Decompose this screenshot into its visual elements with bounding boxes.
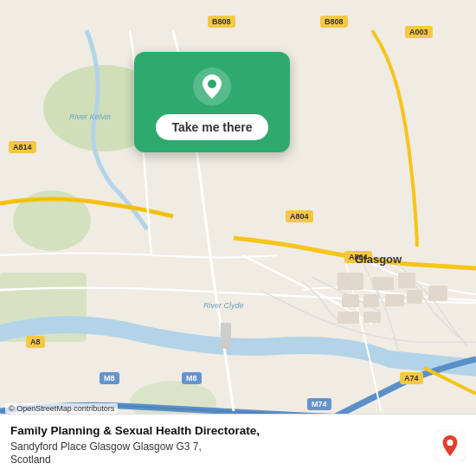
address-line2: Sandyford Place Glasgow Glasgow G3 7, [10, 441, 426, 454]
moovit-logo [434, 430, 466, 461]
address-name: Family Planning & Sexual Health Director… [10, 423, 426, 439]
svg-rect-13 [338, 312, 359, 324]
road-label-b808-1: B808 [208, 16, 235, 28]
river-label-kelvin: River Kelvin [69, 113, 111, 121]
osm-attribution: © OpenStreetMap contributors [5, 403, 118, 414]
svg-rect-11 [407, 290, 422, 304]
road-label-m8-1: M8 [100, 372, 119, 384]
road-label-b808-2: B808 [320, 16, 348, 28]
road-label-a8: A8 [26, 336, 45, 348]
svg-rect-7 [398, 273, 415, 288]
svg-rect-9 [363, 294, 379, 307]
svg-point-19 [447, 439, 453, 445]
address-block: Family Planning & Sexual Health Director… [10, 423, 426, 467]
svg-rect-8 [342, 294, 359, 307]
svg-rect-6 [372, 277, 394, 290]
road-label-a814: A814 [9, 141, 36, 153]
address-line3: Scotland [10, 453, 426, 467]
svg-rect-14 [363, 312, 381, 323]
city-label-glasgow: Glasgow [355, 253, 402, 266]
road-label-m74: M74 [307, 398, 331, 410]
svg-rect-12 [428, 286, 447, 301]
svg-point-17 [208, 80, 216, 88]
river-label-clyde: River Clyde [203, 301, 244, 310]
svg-rect-10 [385, 294, 404, 306]
map-container: B808 B808 A003 A814 A804 A804 A8 M8 M8 M… [0, 0, 476, 476]
road-label-a003: A003 [405, 26, 433, 38]
moovit-icon [434, 430, 466, 461]
road-label-a804-1: A804 [286, 210, 313, 222]
location-card: Take me there [134, 52, 290, 152]
road-label-a74: A74 [400, 372, 423, 384]
road-label-m8-2: M8 [182, 372, 202, 384]
take-me-there-button[interactable]: Take me there [156, 114, 267, 140]
svg-rect-15 [221, 323, 231, 349]
svg-rect-5 [338, 273, 363, 290]
bottom-bar: Family Planning & Sexual Health Director… [0, 414, 476, 476]
location-pin-icon [193, 68, 231, 106]
